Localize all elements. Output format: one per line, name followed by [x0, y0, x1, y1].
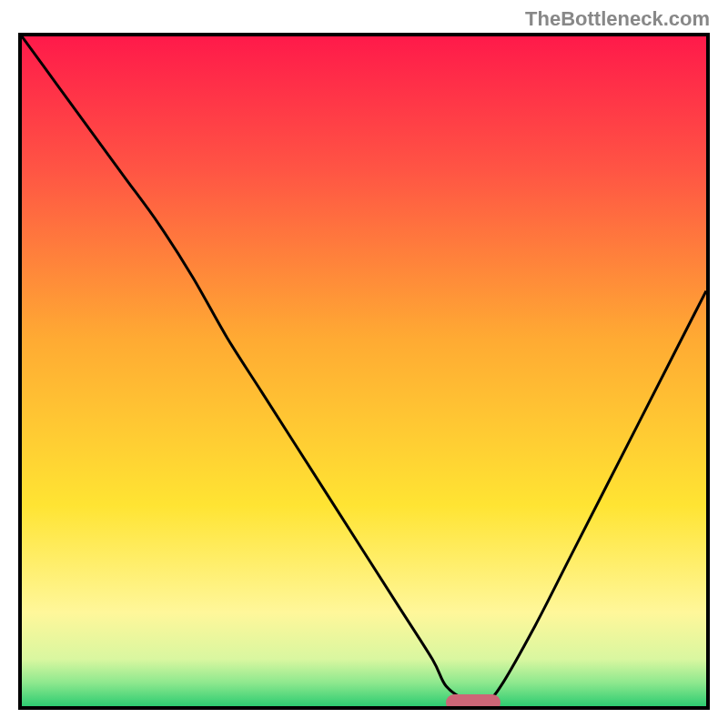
optimal-zone-marker: [446, 694, 500, 710]
bottleneck-curve: [22, 36, 706, 706]
watermark-label: TheBottleneck.com: [525, 7, 710, 31]
chart-frame: [18, 33, 710, 710]
